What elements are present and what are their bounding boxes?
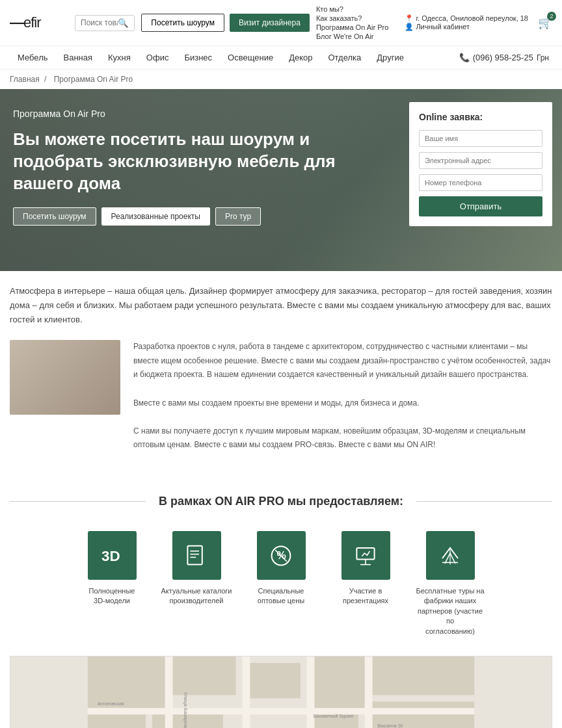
nav-phone: 📞 (096) 958-25-25 [459,53,533,62]
svg-rect-21 [371,656,474,695]
designer-button[interactable]: Визит дизайнера [230,14,310,32]
about-text: Разработка проектов с нуля, работа в тан… [133,340,552,452]
svg-text:Улица Базарная: Улица Базарная [183,692,189,728]
hero-content: Программа On Air Pro Вы можете посетить … [0,89,562,239]
feature-prices-label: Специальныеоптовые цены [258,586,304,606]
nav-otdelka[interactable]: Отделка [320,46,369,69]
logo: ―efir [10,14,68,31]
svg-rect-16 [248,663,300,698]
feature-prices-icon: % [257,531,306,580]
svg-rect-14 [88,656,165,708]
cart-icon[interactable]: 🛒 2 [538,16,552,30]
breadcrumb-home[interactable]: Главная [10,75,40,84]
about-image [10,340,120,415]
svg-rect-1 [187,545,202,564]
nav-biznes[interactable]: Бизнес [176,46,220,69]
breadcrumb-current: Программа On Air Pro [54,75,133,84]
divider-left [10,501,146,502]
svg-rect-25 [165,656,173,728]
features-divider: В рамках ON AIR PRO мы предоставляем: [0,485,562,518]
feature-catalog-icon [172,531,221,580]
svg-rect-28 [365,656,373,728]
feature-presentation-icon [341,531,390,580]
feature-presentation: Участие впрезентациях [330,531,401,636]
map-container[interactable]: Улица Базарная Bazama St Антоновская Шах… [10,656,552,728]
svg-rect-17 [88,714,146,728]
divider-right [416,501,552,502]
nav-ofis[interactable]: Офис [139,46,177,69]
header-info: 📍 г. Одесса, Ониловой переулок, 18 👤 Лич… [405,14,528,31]
hero-text: Программа On Air Pro Вы можете посетить … [13,102,396,226]
form-phone-input[interactable] [419,174,542,191]
features-title: В рамках ON AIR PRO мы предоставляем: [146,495,416,508]
nav-lang[interactable]: Грн [533,50,552,66]
hero-section: Программа On Air Pro Вы можете посетить … [0,89,562,271]
svg-text:Bazama St: Bazama St [378,723,403,728]
feature-tours-label: Бесплатные туры нафабрики нашихпартнеров… [414,586,486,636]
showroom-hero-button[interactable]: Посетить шоурум [13,207,96,226]
search-button[interactable]: 🔍 [118,18,129,28]
svg-text:Антоновская: Антоновская [98,701,124,706]
form-title: Online заявка: [419,112,542,122]
breadcrumb: Главная / Программа On Air Pro [0,70,562,89]
nav-drugie[interactable]: Другие [369,46,412,69]
form-submit-button[interactable]: Отправить [419,196,542,216]
catalog-svg-icon [183,543,209,569]
svg-rect-15 [172,656,236,695]
svg-rect-26 [243,656,250,728]
about-paragraph1: Атмосфера в интерьере – наша общая цель.… [10,284,552,327]
feature-3d-label: Полноценные3D-модели [89,586,135,606]
svg-text:3D: 3D [101,548,120,564]
feature-prices: % Специальныеоптовые цены [245,531,317,636]
map-svg: Улица Базарная Bazama St Антоновская Шах… [10,656,552,728]
header-buttons: Посетить шоурум Визит дизайнера [141,14,310,32]
hero-form: Online заявка: Отправить [409,102,552,226]
header-address: 📍 г. Одесса, Ониловой переулок, 18 [405,14,528,23]
nav-kuhnya[interactable]: Кухня [100,46,139,69]
feature-presentation-label: Участие впрезентациях [343,586,388,606]
hero-buttons: Посетить шоурум Реализованные проекты Pr… [13,207,396,226]
who-we-are-link[interactable]: Кто мы? [316,5,388,13]
blog-link[interactable]: Блог We're On Air [316,32,388,40]
3d-svg-icon: 3D [99,543,125,569]
projects-hero-button[interactable]: Реализованные проекты [101,207,210,226]
header-links: Кто мы? Как заказать? Программа On Air P… [316,5,388,40]
feature-catalog: Актуальные каталогипроизводителей [161,531,232,636]
cart-badge: 2 [547,12,556,21]
svg-rect-20 [314,656,365,708]
svg-text:Шахматный Square: Шахматный Square [314,714,354,719]
about-block: Разработка проектов с нуля, работа в тан… [10,340,552,452]
feature-catalog-label: Актуальные каталогипроизводителей [161,586,232,606]
svg-rect-29 [88,708,474,714]
program-link[interactable]: Программа On Air Pro [316,23,388,31]
feature-3d-icon: 3D [88,531,137,580]
main-nav: Мебель Ванная Кухня Офис Бизнес Освещени… [0,46,562,70]
tour-hero-button[interactable]: Pro тур [215,207,261,226]
map-section: Улица Базарная Bazama St Антоновская Шах… [0,649,562,728]
header-right: Кто мы? Как заказать? Программа On Air P… [316,5,552,40]
search-box: 🔍 [75,15,135,31]
hero-page-title: Программа On Air Pro [13,109,396,119]
nav-vannaya[interactable]: Ванная [56,46,101,69]
nav-mebel[interactable]: Мебель [10,46,56,69]
tours-svg-icon [437,543,463,569]
features-section: 3D Полноценные3D-модели Актуальные катал… [0,518,562,649]
search-input[interactable] [81,18,118,27]
prices-svg-icon: % [268,543,294,569]
form-email-input[interactable] [419,152,542,169]
nav-osveshenie[interactable]: Освещение [220,46,281,69]
about-section: Атмосфера в интерьере – наша общая цель.… [0,271,562,485]
showroom-button[interactable]: Посетить шоурум [141,14,224,32]
feature-3d: 3D Полноценные3D-модели [76,531,148,636]
form-name-input[interactable] [419,130,542,147]
feature-tours: Бесплатные туры нафабрики нашихпартнеров… [414,531,486,636]
presentation-svg-icon [353,543,379,569]
feature-tours-icon [426,531,475,580]
nav-dekor[interactable]: Декор [281,46,320,69]
cabinet-link[interactable]: 👤 Личный кабинет [405,23,528,31]
how-to-order-link[interactable]: Как заказать? [316,14,388,22]
hero-headline: Вы можете посетить наш шоурум и подобрат… [13,129,396,194]
header: ―efir 🔍 Посетить шоурум Визит дизайнера … [0,0,562,46]
